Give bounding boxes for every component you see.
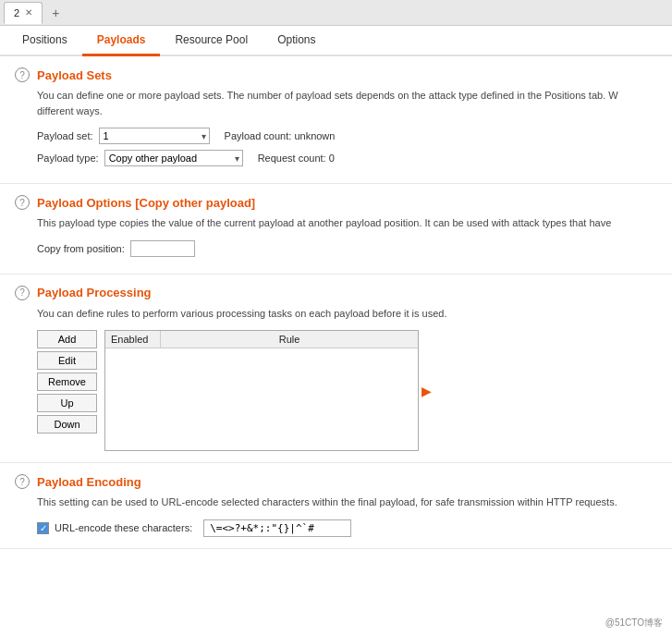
copy-from-input[interactable] bbox=[130, 240, 195, 257]
payload-type-select-wrapper: Copy other payload bbox=[104, 150, 243, 166]
payload-encoding-help-icon[interactable]: ? bbox=[15, 474, 30, 489]
processing-table-wrapper: Enabled Rule ▶ bbox=[104, 330, 419, 451]
payload-options-section: ? Payload Options [Copy other payload] T… bbox=[0, 184, 672, 275]
tab-bar: 2 ✕ + bbox=[0, 0, 672, 26]
payload-sets-desc: You can define one or more payload sets.… bbox=[37, 88, 657, 118]
encode-chars-input[interactable] bbox=[203, 519, 351, 537]
processing-buttons: Add Edit Remove Up Down bbox=[37, 330, 97, 451]
edit-rule-button[interactable]: Edit bbox=[37, 351, 97, 370]
processing-area: Add Edit Remove Up Down Enabled Rule ▶ bbox=[37, 330, 657, 451]
tab-close-icon[interactable]: ✕ bbox=[25, 7, 32, 18]
payload-processing-title: Payload Processing bbox=[37, 286, 152, 299]
copy-from-row: Copy from position: bbox=[37, 240, 657, 257]
expand-arrow-icon[interactable]: ▶ bbox=[422, 384, 432, 398]
payload-encoding-header: ? Payload Encoding bbox=[15, 474, 657, 489]
request-count-label: Request count: 0 bbox=[258, 153, 335, 164]
checkbox-check-icon: ✓ bbox=[40, 523, 47, 533]
payload-sets-section: ? Payload Sets You can define one or mor… bbox=[0, 56, 672, 184]
new-tab-button[interactable]: + bbox=[44, 4, 67, 22]
tab-label: 2 bbox=[14, 7, 19, 18]
tab-payloads[interactable]: Payloads bbox=[82, 26, 161, 56]
url-encode-checkbox[interactable]: ✓ bbox=[37, 522, 49, 534]
processing-table: Enabled Rule bbox=[104, 330, 419, 451]
tab-options[interactable]: Options bbox=[263, 26, 330, 56]
payload-sets-help-icon[interactable]: ? bbox=[15, 67, 30, 82]
payload-processing-help-icon[interactable]: ? bbox=[15, 286, 30, 300]
content-area: ? Payload Sets You can define one or mor… bbox=[0, 56, 672, 635]
payload-options-desc: This payload type copies the value of th… bbox=[37, 215, 657, 231]
remove-rule-button[interactable]: Remove bbox=[37, 372, 97, 391]
payload-encoding-desc: This setting can be used to URL-encode s… bbox=[37, 495, 657, 510]
payload-set-label: Payload set: bbox=[37, 130, 93, 141]
payload-count-label: Payload count: unknown bbox=[225, 130, 336, 141]
col-enabled: Enabled bbox=[105, 331, 161, 348]
payload-set-select[interactable]: 1 bbox=[99, 128, 210, 144]
payload-sets-header: ? Payload Sets bbox=[15, 67, 657, 82]
watermark: @51CTO博客 bbox=[605, 617, 663, 629]
payload-options-title: Payload Options [Copy other payload] bbox=[37, 196, 255, 210]
payload-set-row: Payload set: 1 Payload count: unknown bbox=[37, 128, 657, 144]
col-rule: Rule bbox=[161, 331, 418, 348]
payload-processing-section: ? Payload Processing You can define rule… bbox=[0, 275, 672, 464]
payload-options-header: ? Payload Options [Copy other payload] bbox=[15, 195, 657, 210]
payload-sets-title: Payload Sets bbox=[37, 68, 112, 82]
down-rule-button[interactable]: Down bbox=[37, 415, 97, 434]
tab-2[interactable]: 2 ✕ bbox=[4, 2, 43, 24]
payload-options-help-icon[interactable]: ? bbox=[15, 195, 30, 210]
processing-table-body bbox=[105, 348, 418, 450]
up-rule-button[interactable]: Up bbox=[37, 394, 97, 412]
payload-type-label: Payload type: bbox=[37, 153, 99, 164]
payload-processing-desc: You can define rules to perform various … bbox=[37, 306, 657, 322]
processing-table-header: Enabled Rule bbox=[105, 331, 418, 348]
payload-type-row: Payload type: Copy other payload Request… bbox=[37, 150, 657, 166]
add-rule-button[interactable]: Add bbox=[37, 330, 97, 348]
url-encode-label: URL-encode these characters: bbox=[55, 522, 192, 533]
payload-set-select-wrapper: 1 bbox=[99, 128, 210, 144]
tab-positions[interactable]: Positions bbox=[7, 26, 82, 56]
encoding-row: ✓ URL-encode these characters: bbox=[37, 519, 657, 537]
payload-type-select[interactable]: Copy other payload bbox=[104, 150, 243, 166]
payload-encoding-title: Payload Encoding bbox=[37, 475, 141, 489]
copy-from-label: Copy from position: bbox=[37, 243, 125, 254]
payload-processing-header: ? Payload Processing bbox=[15, 286, 657, 300]
payload-encoding-section: ? Payload Encoding This setting can be u… bbox=[0, 463, 672, 549]
tab-resource-pool[interactable]: Resource Pool bbox=[160, 26, 263, 56]
navigation-tabs: Positions Payloads Resource Pool Options bbox=[0, 26, 672, 56]
